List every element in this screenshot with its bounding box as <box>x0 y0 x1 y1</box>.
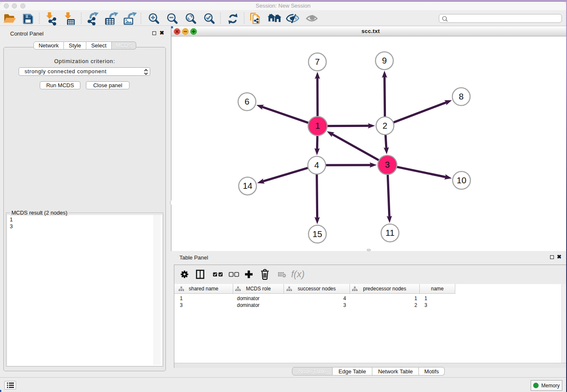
svg-text:4: 4 <box>314 160 319 170</box>
svg-text:14: 14 <box>242 181 252 190</box>
svg-text:6: 6 <box>244 97 249 106</box>
svg-text:7: 7 <box>315 57 319 66</box>
svg-text:9: 9 <box>382 55 386 65</box>
svg-text:10: 10 <box>457 175 466 185</box>
svg-text:15: 15 <box>312 229 322 239</box>
svg-text:f(x): f(x) <box>291 269 305 279</box>
svg-text:3: 3 <box>385 160 389 169</box>
svg-text:1: 1 <box>315 121 319 130</box>
svg-text:11: 11 <box>385 228 394 237</box>
svg-text:2: 2 <box>383 121 387 130</box>
svg-text:8: 8 <box>459 91 463 101</box>
